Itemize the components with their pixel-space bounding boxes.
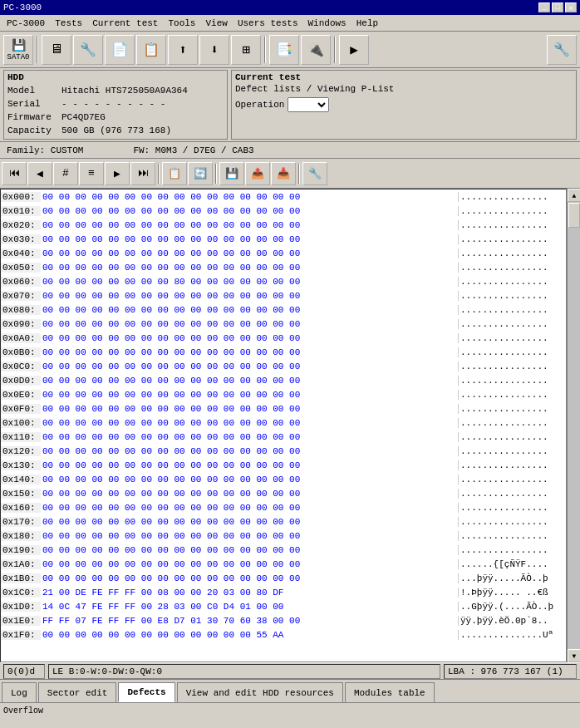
hex-bytes[interactable]: 14 0C 47 FE FF FF 00 28 03 00 C0 D4 01 0…	[41, 602, 458, 612]
hex-row[interactable]: 0x0C0: 00 00 00 00 00 00 00 00 00 00 00 …	[1, 359, 566, 373]
hex-bytes[interactable]: 00 00 00 00 00 00 00 00 00 00 00 00 00 0…	[41, 404, 458, 414]
toolbar-btn-10[interactable]: 🔌	[301, 35, 331, 65]
hex-bytes[interactable]: 00 00 00 00 00 00 00 00 00 00 00 00 00 0…	[41, 192, 458, 202]
hex-row[interactable]: 0x070: 00 00 00 00 00 00 00 00 00 00 00 …	[1, 288, 566, 303]
hex-row[interactable]: 0x040: 00 00 00 00 00 00 00 00 00 00 00 …	[1, 246, 566, 260]
tab-log[interactable]: Log	[2, 682, 37, 702]
hex-bytes[interactable]: 00 00 00 00 00 00 00 00 00 00 00 00 00 0…	[41, 432, 458, 442]
hex-row[interactable]: 0x190: 00 00 00 00 00 00 00 00 00 00 00 …	[1, 543, 566, 557]
menu-pc3000[interactable]: PC-3000	[2, 17, 50, 30]
toolbar-btn-3[interactable]: 🔧	[73, 35, 103, 65]
sec-btn-save[interactable]: 💾	[219, 162, 244, 185]
sec-btn-next[interactable]: ▶	[105, 162, 130, 185]
hex-bytes[interactable]: 00 00 00 00 00 00 00 00 00 00 00 00 00 0…	[41, 291, 458, 301]
toolbar-btn-5[interactable]: 📋	[136, 35, 166, 65]
sec-btn-refresh[interactable]: 🔄	[188, 162, 213, 185]
hex-bytes[interactable]: 00 00 00 00 00 00 00 00 00 00 00 00 00 0…	[41, 263, 458, 273]
hex-bytes[interactable]: 00 00 00 00 00 00 00 00 00 00 00 00 00 0…	[41, 418, 458, 428]
hex-row[interactable]: 0x1E0: FF FF 07 FE FF FF 00 E8 D7 01 30 …	[1, 613, 566, 627]
hex-row[interactable]: 0x130: 00 00 00 00 00 00 00 00 00 00 00 …	[1, 458, 566, 472]
hex-row[interactable]: 0x140: 00 00 00 00 00 00 00 00 00 00 00 …	[1, 472, 566, 486]
hex-bytes[interactable]: 00 00 00 00 00 00 00 00 00 00 00 00 00 0…	[41, 517, 458, 527]
hex-row[interactable]: 0x1A0: 00 00 00 00 00 00 00 00 00 00 00 …	[1, 557, 566, 571]
hex-row[interactable]: 0x0F0: 00 00 00 00 00 00 00 00 00 00 00 …	[1, 401, 566, 416]
hex-row[interactable]: 0x180: 00 00 00 00 00 00 00 00 00 00 00 …	[1, 529, 566, 543]
hex-row[interactable]: 0x160: 00 00 00 00 00 00 00 00 00 00 00 …	[1, 500, 566, 514]
hex-row[interactable]: 0x0D0: 00 00 00 00 00 00 00 00 00 00 00 …	[1, 373, 566, 387]
hex-bytes[interactable]: 00 00 00 00 00 00 00 00 00 00 00 00 00 0…	[41, 319, 458, 329]
hex-row[interactable]: 0x0B0: 00 00 00 00 00 00 00 00 00 00 00 …	[1, 345, 566, 359]
hex-row[interactable]: 0x1F0: 00 00 00 00 00 00 00 00 00 00 00 …	[1, 627, 566, 642]
hex-bytes[interactable]: 00 00 00 00 00 00 00 00 00 00 00 00 00 0…	[41, 559, 458, 569]
hex-row[interactable]: 0x1B0: 00 00 00 00 00 00 00 00 00 00 00 …	[1, 571, 566, 585]
sec-btn-first[interactable]: ⏮	[2, 162, 27, 185]
hex-row[interactable]: 0x080: 00 00 00 00 00 00 00 00 00 00 00 …	[1, 303, 566, 317]
scroll-track[interactable]	[568, 202, 580, 649]
sec-btn-hash[interactable]: #	[53, 162, 78, 185]
menu-users-tests[interactable]: Users tests	[233, 17, 303, 30]
menu-help[interactable]: Help	[351, 17, 383, 30]
toolbar-btn-right[interactable]: 🔧	[547, 35, 577, 65]
toolbar-btn-7[interactable]: ⬇	[199, 35, 229, 65]
hex-row[interactable]: 0x010: 00 00 00 00 00 00 00 00 00 00 00 …	[1, 204, 566, 218]
sec-btn-import[interactable]: 📥	[271, 162, 296, 185]
hex-row[interactable]: 0x000: 00 00 00 00 00 00 00 00 00 00 00 …	[1, 189, 566, 204]
hex-row[interactable]: 0x090: 00 00 00 00 00 00 00 00 00 00 00 …	[1, 317, 566, 331]
menu-current-test[interactable]: Current test	[87, 17, 163, 30]
hex-bytes[interactable]: 00 00 00 00 00 00 00 00 00 00 00 00 00 0…	[41, 333, 458, 343]
hex-row[interactable]: 0x150: 00 00 00 00 00 00 00 00 00 00 00 …	[1, 486, 566, 500]
hex-bytes[interactable]: 00 00 00 00 00 00 00 00 80 00 00 00 00 0…	[41, 277, 458, 287]
scroll-down-button[interactable]: ▼	[568, 649, 580, 662]
sec-btn-export[interactable]: 📤	[245, 162, 270, 185]
maximize-button[interactable]: □	[552, 2, 563, 12]
tab-modules[interactable]: Modules table	[345, 682, 435, 702]
toolbar-btn-8[interactable]: ⊞	[231, 35, 261, 65]
hex-row[interactable]: 0x1D0: 14 0C 47 FE FF FF 00 28 03 00 C0 …	[1, 599, 566, 613]
hex-bytes[interactable]: 00 00 00 00 00 00 00 00 00 00 00 00 00 0…	[41, 347, 458, 357]
operation-dropdown[interactable]	[288, 97, 329, 112]
toolbar-btn-4[interactable]: 📄	[105, 35, 135, 65]
hex-row[interactable]: 0x0E0: 00 00 00 00 00 00 00 00 00 00 00 …	[1, 387, 566, 401]
sec-btn-list[interactable]: ≡	[79, 162, 104, 185]
hex-bytes[interactable]: 00 00 00 00 00 00 00 00 00 00 00 00 00 0…	[41, 206, 458, 216]
hex-bytes[interactable]: 00 00 00 00 00 00 00 00 00 00 00 00 00 0…	[41, 305, 458, 315]
hex-row[interactable]: 0x1C0: 21 00 DE FE FF FF 00 08 00 00 20 …	[1, 585, 566, 599]
tab-view-edit[interactable]: View and edit HDD resources	[177, 682, 343, 702]
scroll-thumb[interactable]	[568, 203, 580, 228]
hex-bytes[interactable]: 00 00 00 00 00 00 00 00 00 00 00 00 00 0…	[41, 489, 458, 499]
toolbar-btn-6[interactable]: ⬆	[168, 35, 198, 65]
hex-bytes[interactable]: 00 00 00 00 00 00 00 00 00 00 00 00 00 0…	[41, 573, 458, 583]
hex-bytes[interactable]: 21 00 DE FE FF FF 00 08 00 00 20 03 00 8…	[41, 588, 458, 598]
menu-windows[interactable]: Windows	[303, 17, 351, 30]
sec-btn-tools[interactable]: 🔧	[302, 162, 327, 185]
hex-bytes[interactable]: 00 00 00 00 00 00 00 00 00 00 00 00 00 0…	[41, 220, 458, 230]
hex-row[interactable]: 0x030: 00 00 00 00 00 00 00 00 00 00 00 …	[1, 232, 566, 246]
hex-bytes[interactable]: 00 00 00 00 00 00 00 00 00 00 00 00 00 0…	[41, 460, 458, 470]
hex-row[interactable]: 0x050: 00 00 00 00 00 00 00 00 00 00 00 …	[1, 260, 566, 274]
menu-tests[interactable]: Tests	[50, 17, 87, 30]
menu-tools[interactable]: Tools	[163, 17, 200, 30]
hex-row[interactable]: 0x170: 00 00 00 00 00 00 00 00 00 00 00 …	[1, 514, 566, 529]
hex-bytes[interactable]: 00 00 00 00 00 00 00 00 00 00 00 00 00 0…	[41, 531, 458, 541]
hex-row[interactable]: 0x0A0: 00 00 00 00 00 00 00 00 00 00 00 …	[1, 331, 566, 345]
toolbar-btn-9[interactable]: 📑	[269, 35, 299, 65]
hex-bytes[interactable]: 00 00 00 00 00 00 00 00 00 00 00 00 00 0…	[41, 376, 458, 386]
hex-bytes[interactable]: 00 00 00 00 00 00 00 00 00 00 00 00 00 0…	[41, 503, 458, 513]
hex-row[interactable]: 0x100: 00 00 00 00 00 00 00 00 00 00 00 …	[1, 416, 566, 430]
hex-bytes[interactable]: 00 00 00 00 00 00 00 00 00 00 00 00 00 0…	[41, 234, 458, 244]
hex-bytes[interactable]: 00 00 00 00 00 00 00 00 00 00 00 00 00 0…	[41, 545, 458, 555]
hex-row[interactable]: 0x060: 00 00 00 00 00 00 00 00 80 00 00 …	[1, 274, 566, 288]
hex-row[interactable]: 0x110: 00 00 00 00 00 00 00 00 00 00 00 …	[1, 430, 566, 444]
hex-bytes[interactable]: 00 00 00 00 00 00 00 00 00 00 00 00 00 0…	[41, 475, 458, 485]
sec-btn-last[interactable]: ⏭	[130, 162, 155, 185]
hex-bytes[interactable]: 00 00 00 00 00 00 00 00 00 00 00 00 00 0…	[41, 390, 458, 400]
menu-view[interactable]: View	[200, 17, 232, 30]
hex-bytes[interactable]: FF FF 07 FE FF FF 00 E8 D7 01 30 70 60 3…	[41, 616, 458, 626]
tab-defects[interactable]: Defects	[118, 682, 174, 702]
tab-sector-edit[interactable]: Sector edit	[38, 682, 117, 702]
hex-bytes[interactable]: 00 00 00 00 00 00 00 00 00 00 00 00 00 0…	[41, 362, 458, 371]
hex-content[interactable]: 0x000: 00 00 00 00 00 00 00 00 00 00 00 …	[0, 189, 567, 662]
hex-bytes[interactable]: 00 00 00 00 00 00 00 00 00 00 00 00 00 5…	[41, 630, 458, 640]
close-button[interactable]: ✕	[565, 2, 577, 12]
sec-btn-copy[interactable]: 📋	[162, 162, 187, 185]
